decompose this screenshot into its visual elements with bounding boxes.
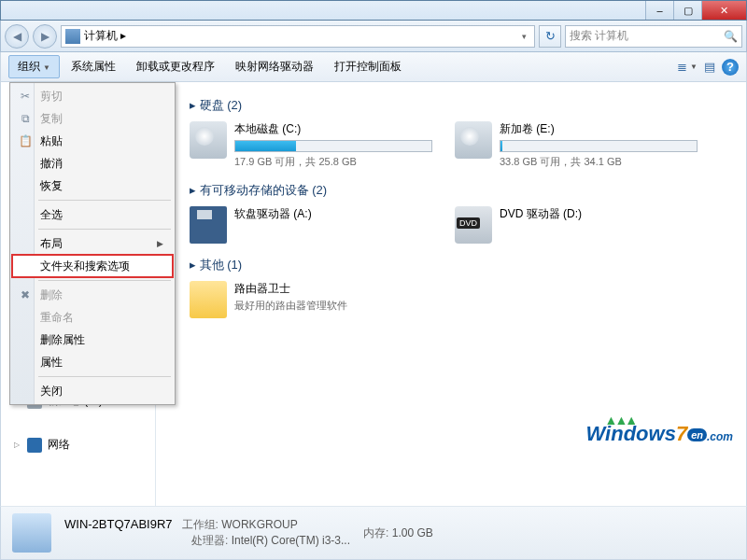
item-label: 路由器卫士: [234, 281, 432, 297]
drive-subtext: 17.9 GB 可用，共 25.8 GB: [234, 155, 432, 169]
minimize-button[interactable]: –: [645, 1, 673, 20]
refresh-button[interactable]: ↻: [539, 25, 561, 48]
forward-button[interactable]: ▶: [33, 24, 57, 49]
drive-label: 软盘驱动器 (A:): [234, 206, 432, 222]
delete-icon: ✖: [18, 288, 33, 301]
cut-icon: ✂: [18, 90, 33, 103]
section-header-hdd: ▸ 硬盘 (2): [190, 97, 731, 114]
back-button[interactable]: ◀: [5, 24, 29, 49]
hdd-icon: [455, 121, 492, 159]
menu-copy: ⧉复制: [12, 107, 173, 130]
submenu-arrow-icon: ▶: [157, 239, 163, 248]
section-header-other: ▸ 其他 (1): [190, 257, 731, 273]
expand-icon[interactable]: ▷: [14, 441, 20, 449]
help-button[interactable]: ?: [722, 59, 739, 76]
search-input[interactable]: 搜索 计算机 🔍: [565, 25, 742, 48]
map-drive-button[interactable]: 映射网络驱动器: [226, 55, 323, 78]
breadcrumb[interactable]: 计算机 ▸: [84, 28, 126, 44]
navigation-bar: ◀ ▶ 计算机 ▸ ▾ ↻ 搜索 计算机 🔍: [0, 21, 747, 52]
drive-a[interactable]: 软盘驱动器 (A:): [190, 206, 432, 244]
usage-bar: [500, 140, 698, 152]
drive-e[interactable]: 新加卷 (E:) 33.8 GB 可用，共 34.1 GB: [455, 121, 698, 169]
details-pane: WIN-2BTQ7ABI9R7 工作组: WORKGROUP 处理器: Inte…: [0, 506, 747, 560]
sidebar-item-network[interactable]: ▷ 网络: [1, 434, 155, 455]
close-window-button[interactable]: ✕: [701, 1, 746, 20]
drive-label: 新加卷 (E:): [500, 121, 698, 137]
drive-subtext: 33.8 GB 可用，共 34.1 GB: [500, 155, 698, 169]
drive-label: 本地磁盘 (C:): [234, 121, 432, 137]
search-icon: 🔍: [724, 30, 738, 43]
organize-menu: ✂剪切 ⧉复制 📋粘贴 撤消 恢复 全选 布局▶ 文件夹和搜索选项 ✖删除 重命…: [9, 82, 176, 405]
menu-rename: 重命名: [12, 306, 173, 329]
menu-close[interactable]: 关闭: [12, 380, 173, 402]
network-icon: [27, 438, 42, 453]
drive-c[interactable]: 本地磁盘 (C:) 17.9 GB 可用，共 25.8 GB: [190, 121, 432, 169]
organize-button[interactable]: 组织▼: [8, 55, 60, 78]
item-router[interactable]: 路由器卫士 最好用的路由器管理软件: [190, 281, 432, 318]
address-bar[interactable]: 计算机 ▸ ▾: [61, 25, 535, 48]
hdd-icon: [190, 121, 227, 159]
system-properties-button[interactable]: 系统属性: [62, 55, 125, 78]
item-subtext: 最好用的路由器管理软件: [234, 299, 432, 313]
address-dropdown-icon[interactable]: ▾: [518, 32, 530, 41]
menu-undo[interactable]: 撤消: [12, 152, 173, 175]
menu-properties[interactable]: 属性: [12, 351, 173, 373]
menu-redo[interactable]: 恢复: [12, 175, 173, 197]
content-pane: ▸ 硬盘 (2) 本地磁盘 (C:) 17.9 GB 可用，共 25.8 GB …: [156, 82, 746, 506]
folder-icon: [190, 281, 227, 318]
window-titlebar: – ▢ ✕: [0, 0, 747, 21]
uninstall-button[interactable]: 卸载或更改程序: [127, 55, 224, 78]
watermark-logo: ▲▲▲ Windows7en.com: [586, 422, 733, 446]
menu-folder-options[interactable]: 文件夹和搜索选项: [12, 255, 173, 277]
maximize-button[interactable]: ▢: [673, 1, 701, 20]
menu-paste[interactable]: 📋粘贴: [12, 130, 173, 152]
preview-pane-button[interactable]: ▤: [699, 57, 720, 77]
copy-icon: ⧉: [18, 112, 33, 125]
floppy-icon: [190, 206, 227, 244]
view-options-button[interactable]: ≣▼: [677, 57, 698, 77]
drive-d[interactable]: DVD 驱动器 (D:): [455, 206, 698, 244]
menu-select-all[interactable]: 全选: [12, 203, 173, 226]
sidebar-item-label: 网络: [48, 437, 70, 453]
dvd-icon: [455, 206, 492, 244]
computer-large-icon: [12, 513, 51, 553]
menu-layout[interactable]: 布局▶: [12, 232, 173, 255]
section-header-removable: ▸ 有可移动存储的设备 (2): [190, 182, 731, 199]
menu-delete: ✖删除: [12, 284, 173, 306]
paste-icon: 📋: [18, 134, 33, 147]
chevron-down-icon: ▼: [43, 63, 50, 72]
command-toolbar: 组织▼ 系统属性 卸载或更改程序 映射网络驱动器 打开控制面板 ≣▼ ▤ ?: [0, 52, 747, 82]
menu-remove-properties[interactable]: 删除属性: [12, 329, 173, 351]
drive-label: DVD 驱动器 (D:): [500, 206, 698, 222]
search-placeholder: 搜索 计算机: [570, 28, 628, 44]
control-panel-button[interactable]: 打开控制面板: [325, 55, 411, 78]
hostname: WIN-2BTQ7ABI9R7: [64, 517, 173, 531]
usage-bar: [234, 140, 432, 152]
menu-cut: ✂剪切: [12, 85, 173, 107]
computer-icon: [65, 29, 80, 44]
